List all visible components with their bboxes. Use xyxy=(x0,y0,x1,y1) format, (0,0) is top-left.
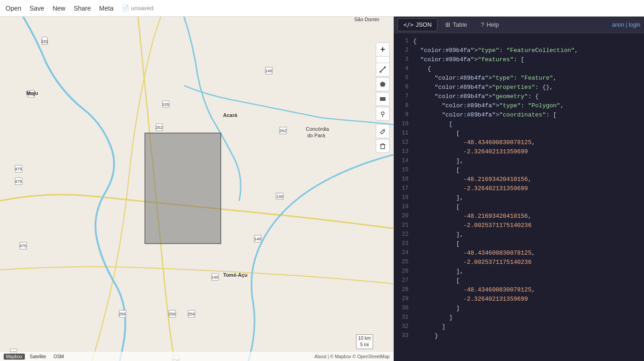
line-number: 31 xyxy=(394,313,413,322)
login-link[interactable]: login xyxy=(629,22,640,28)
code-line: 23 [ xyxy=(394,239,644,249)
code-line: 17 -2.326402131359699 xyxy=(394,184,644,193)
line-content: -48.434600830078125, xyxy=(413,249,644,258)
line-content: ], xyxy=(413,230,644,239)
line-number: 18 xyxy=(394,193,413,203)
svg-text:256: 256 xyxy=(188,312,195,316)
svg-marker-45 xyxy=(380,82,385,87)
map-toolbar xyxy=(376,63,390,153)
delete-tool[interactable] xyxy=(376,139,390,153)
svg-text:256: 256 xyxy=(119,312,126,316)
json-editor[interactable]: 1{2 "color:#89b4fa">"type": "FeatureColl… xyxy=(394,33,644,361)
svg-text:Acará: Acará xyxy=(223,112,237,118)
basemap-mapbox-button[interactable]: Mapbox xyxy=(4,354,25,360)
line-number: 17 xyxy=(394,184,413,193)
editor-tabs: </> JSON ⊞ Table ? Help anon | login xyxy=(394,17,644,33)
line-number: 2 xyxy=(394,46,413,55)
line-number: 3 xyxy=(394,55,413,64)
svg-text:Tomé-Açu: Tomé-Açu xyxy=(223,272,247,278)
line-content: -2.326402131359699 xyxy=(413,147,644,157)
new-button[interactable]: New xyxy=(52,5,65,12)
line-content: ], xyxy=(413,193,644,203)
code-line: 26 ], xyxy=(394,267,644,276)
line-content: ] xyxy=(413,313,644,322)
code-line: 12 -48.434600830078125, xyxy=(394,138,644,147)
line-number: 8 xyxy=(394,101,413,111)
line-content: ], xyxy=(413,157,644,166)
scale-ruler: 10 km 5 mi xyxy=(356,334,373,349)
code-line: 10 [ xyxy=(394,120,644,129)
line-content: "color:#89b4fa">"type": "FeatureCollecti… xyxy=(413,46,644,55)
open-button[interactable]: Open xyxy=(6,5,21,12)
svg-text:475: 475 xyxy=(19,244,26,248)
svg-point-44 xyxy=(384,66,386,68)
line-number: 16 xyxy=(394,175,413,184)
line-number: 30 xyxy=(394,304,413,313)
scale-km: 10 km xyxy=(358,335,371,342)
code-line: 30 ] xyxy=(394,304,644,313)
map-attribution: Mapbox Satellite OSM About | © Mapbox © … xyxy=(0,352,393,361)
code-line: 2 "color:#89b4fa">"type": "FeatureCollec… xyxy=(394,46,644,55)
meta-button[interactable]: Meta xyxy=(99,5,114,12)
code-line: 33 } xyxy=(394,332,644,341)
basemap-osm-button[interactable]: OSM xyxy=(51,354,66,360)
code-line: 29 -2.326402131359699 xyxy=(394,295,644,304)
help-tab-label: Help xyxy=(487,21,499,28)
svg-text:181: 181 xyxy=(41,39,48,44)
line-number: 19 xyxy=(394,203,413,212)
line-number: 4 xyxy=(394,64,413,74)
line-number: 28 xyxy=(394,285,413,295)
add-marker-tool[interactable] xyxy=(376,107,390,121)
code-line: 13 -2.326402131359699 xyxy=(394,147,644,157)
svg-text:São Domin: São Domin xyxy=(354,17,379,22)
svg-text:475: 475 xyxy=(15,179,22,184)
tab-table[interactable]: ⊞ Table xyxy=(439,18,473,31)
code-line: 11 [ xyxy=(394,129,644,138)
line-content: "color:#89b4fa">"type": "Polygon", xyxy=(413,101,644,111)
line-content: -2.326402131359699 xyxy=(413,295,644,304)
share-button[interactable]: Share xyxy=(74,5,91,12)
line-content: -48.21693420410156, xyxy=(413,175,644,184)
svg-rect-46 xyxy=(380,97,385,101)
svg-text:262: 262 xyxy=(279,128,286,133)
anon-label: anon xyxy=(612,22,624,28)
draw-rect-tool[interactable] xyxy=(376,92,390,106)
save-button[interactable]: Save xyxy=(29,5,44,12)
draw-polygon-tool[interactable] xyxy=(376,77,390,91)
svg-text:252: 252 xyxy=(155,125,162,130)
line-number: 9 xyxy=(394,111,413,120)
svg-text:Moju: Moju xyxy=(26,90,38,96)
code-icon: </> xyxy=(403,22,414,28)
line-content: { xyxy=(413,37,644,46)
line-number: 20 xyxy=(394,212,413,221)
map-background: 181 252 155 140 252 262 475 475 xyxy=(0,17,393,361)
edit-tool[interactable] xyxy=(376,124,390,138)
svg-text:Concórdia: Concórdia xyxy=(306,126,329,132)
scale-mi: 5 mi xyxy=(358,342,371,348)
svg-text:do Pará: do Pará xyxy=(307,133,325,138)
code-line: 7 "color:#89b4fa">"geometry": { xyxy=(394,92,644,101)
map-panel[interactable]: 181 252 155 140 252 262 475 475 xyxy=(0,17,393,361)
code-line: 25 -2.0025371175140236 xyxy=(394,258,644,267)
line-content: -48.21693420410156, xyxy=(413,212,644,221)
code-line: 22 ], xyxy=(394,230,644,239)
line-content: -2.0025371175140236 xyxy=(413,221,644,230)
tab-json[interactable]: </> JSON xyxy=(397,18,437,31)
code-line: 31 ] xyxy=(394,313,644,322)
help-icon: ? xyxy=(481,21,484,28)
basemap-satellite-button[interactable]: Satellite xyxy=(28,354,49,360)
right-panel: </> JSON ⊞ Table ? Help anon | login 1{2… xyxy=(393,17,644,361)
code-line: 21 -2.0025371175140236 xyxy=(394,221,644,230)
svg-rect-42 xyxy=(145,133,221,244)
code-line: 8 "color:#89b4fa">"type": "Polygon", xyxy=(394,101,644,111)
tab-help[interactable]: ? Help xyxy=(475,18,505,31)
line-content: [ xyxy=(413,239,644,249)
line-content: ] xyxy=(413,304,644,313)
draw-line-tool[interactable] xyxy=(376,63,390,76)
zoom-in-button[interactable]: + xyxy=(376,42,390,56)
code-line: 9 "color:#89b4fa">"coordinates": [ xyxy=(394,111,644,120)
svg-text:140: 140 xyxy=(254,237,261,241)
code-line: 18 ], xyxy=(394,193,644,203)
svg-point-43 xyxy=(380,71,381,73)
svg-point-47 xyxy=(381,112,384,115)
